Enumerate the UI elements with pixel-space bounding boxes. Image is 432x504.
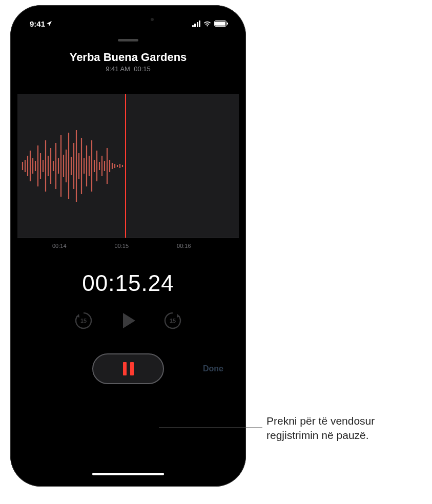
wifi-icon bbox=[203, 20, 212, 27]
pause-icon bbox=[123, 362, 134, 375]
recording-subtitle: 9:41 AM 00:15 bbox=[17, 65, 239, 73]
cellular-signal-icon bbox=[192, 20, 201, 27]
playhead[interactable] bbox=[125, 94, 126, 238]
status-time: 9:41 bbox=[30, 19, 45, 28]
phone-frame: 9:41 Yerba Buena Gardens 9:41 AM 00 bbox=[10, 5, 246, 487]
timeline-tick: 00:14 bbox=[52, 243, 67, 249]
done-button[interactable]: Done bbox=[203, 364, 223, 373]
timeline-tick: 00:16 bbox=[177, 243, 191, 249]
timeline-tick: 00:15 bbox=[115, 243, 129, 249]
notch bbox=[82, 12, 174, 27]
phone-screen: 9:41 Yerba Buena Gardens 9:41 AM 00 bbox=[17, 12, 239, 479]
callout-annotation: Prekni për të vendosur regjistrimin në p… bbox=[266, 414, 420, 443]
recording-title: Yerba Buena Gardens bbox=[17, 51, 239, 64]
pause-recording-button[interactable] bbox=[92, 353, 164, 384]
timeline-ruler[interactable]: 00:14 00:15 00:16 bbox=[17, 238, 239, 253]
elapsed-timer: 00:15.24 bbox=[17, 270, 239, 296]
svg-text:15: 15 bbox=[80, 318, 87, 324]
home-indicator[interactable] bbox=[92, 473, 164, 475]
playback-controls: 15 15 bbox=[17, 310, 239, 331]
location-arrow-icon bbox=[46, 20, 52, 27]
waveform-display[interactable] bbox=[17, 94, 239, 238]
play-button[interactable] bbox=[118, 310, 138, 331]
skip-forward-15-button[interactable]: 15 bbox=[163, 311, 182, 330]
sheet-grabber[interactable] bbox=[118, 39, 138, 41]
svg-text:15: 15 bbox=[170, 318, 176, 324]
battery-icon bbox=[214, 20, 227, 27]
skip-back-15-button[interactable]: 15 bbox=[74, 311, 93, 330]
